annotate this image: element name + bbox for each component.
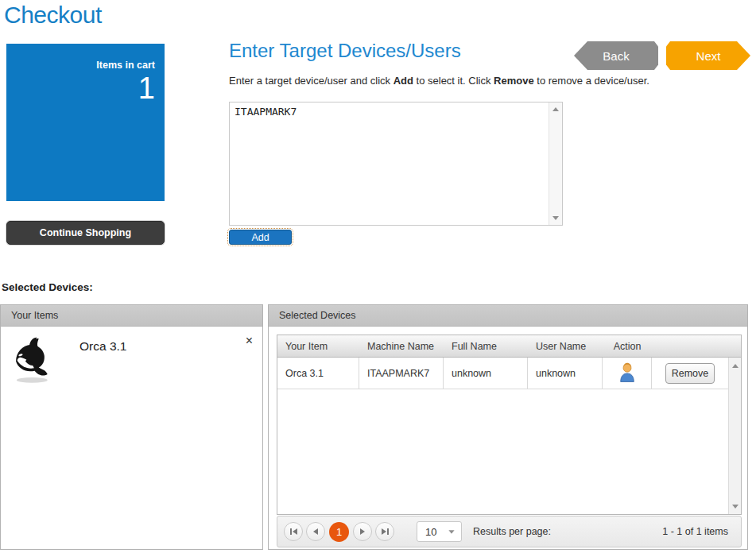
scroll-down-icon[interactable]	[729, 500, 741, 513]
column-header-machine-name: Machine Name	[359, 335, 444, 357]
page-size-value: 10	[425, 526, 436, 538]
cell-user-name: unknown	[528, 358, 603, 389]
chevron-down-icon	[448, 530, 454, 534]
cell-full-name: unknown	[444, 358, 528, 389]
next-page-icon	[360, 528, 365, 535]
checkout-page: Checkout Items in cart 1 Continue Shoppi…	[0, 0, 756, 557]
cell-remove: Remove	[652, 358, 728, 389]
selected-devices-panel-header: Selected Devices	[269, 305, 747, 327]
target-device-input-value[interactable]: ITAAPMARK7	[230, 103, 549, 225]
your-items-panel: Your Items Orca 3.1 ×	[0, 304, 263, 550]
page-size-dropdown[interactable]: 10	[417, 521, 462, 542]
results-per-page-label: Results per page:	[473, 526, 551, 537]
cart-item-row: Orca 3.1 ×	[1, 327, 262, 398]
table-row: Orca 3.1 ITAAPMARK7 unknown unknown Remo…	[277, 358, 741, 389]
scroll-down-icon[interactable]	[549, 211, 562, 225]
selected-devices-label: Selected Devices:	[2, 281, 93, 293]
instruction-part2: to select it. Click	[413, 75, 494, 87]
target-device-input[interactable]: ITAAPMARK7	[229, 102, 563, 226]
grid-scrollbar[interactable]	[728, 358, 741, 514]
column-header-blank	[652, 335, 728, 357]
cart-count: 1	[6, 71, 155, 107]
column-header-your-item: Your Item	[277, 335, 359, 357]
instruction-text: Enter a target device/user and click Add…	[229, 75, 649, 87]
page-title: Checkout	[4, 2, 102, 29]
instruction-bold-remove: Remove	[494, 75, 534, 87]
column-header-user-name: User Name	[528, 335, 603, 357]
cell-your-item: Orca 3.1	[277, 358, 359, 389]
cell-action	[603, 358, 652, 389]
cart-summary-box: Items in cart 1	[6, 44, 165, 201]
cart-item-name: Orca 3.1	[79, 339, 126, 354]
close-icon[interactable]: ×	[246, 335, 253, 347]
devices-grid: Your Item Machine Name Full Name User Na…	[277, 335, 742, 515]
first-page-button[interactable]	[284, 522, 303, 541]
instruction-bold-add: Add	[394, 75, 413, 87]
scroll-up-icon[interactable]	[729, 359, 741, 372]
cell-machine-name: ITAAPMARK7	[359, 358, 444, 389]
next-page-button[interactable]	[353, 522, 372, 541]
prev-page-button[interactable]	[306, 522, 325, 541]
instruction-part1: Enter a target device/user and click	[229, 75, 394, 87]
pagination-bar: 1 10 Results per page: 1 - 1 of 1 items	[277, 516, 742, 547]
items-count-label: 1 - 1 of 1 items	[662, 526, 728, 537]
items-in-cart-label: Items in cart	[6, 60, 155, 71]
orca-icon	[12, 374, 55, 388]
grid-header-row: Your Item Machine Name Full Name User Na…	[277, 335, 741, 358]
selected-devices-panel: Selected Devices Your Item Machine Name …	[268, 304, 748, 550]
remove-button[interactable]: Remove	[665, 363, 715, 384]
next-button[interactable]: Next	[666, 41, 750, 70]
column-header-action: Action	[603, 335, 652, 357]
current-page-button[interactable]: 1	[329, 522, 349, 542]
back-button[interactable]: Back	[574, 41, 658, 70]
instruction-part3: to remove a device/user.	[534, 75, 649, 87]
section-heading: Enter Target Devices/Users	[229, 40, 461, 62]
your-items-panel-header: Your Items	[1, 305, 262, 327]
continue-shopping-button[interactable]: Continue Shopping	[6, 221, 165, 245]
last-page-button[interactable]	[375, 522, 394, 541]
input-scrollbar[interactable]	[549, 103, 562, 225]
user-icon	[618, 362, 637, 385]
last-page-icon	[382, 528, 389, 535]
add-button[interactable]: Add	[229, 230, 292, 245]
column-header-full-name: Full Name	[444, 335, 528, 357]
prev-page-icon	[313, 528, 318, 535]
scroll-up-icon[interactable]	[549, 103, 562, 116]
first-page-icon	[290, 528, 297, 535]
